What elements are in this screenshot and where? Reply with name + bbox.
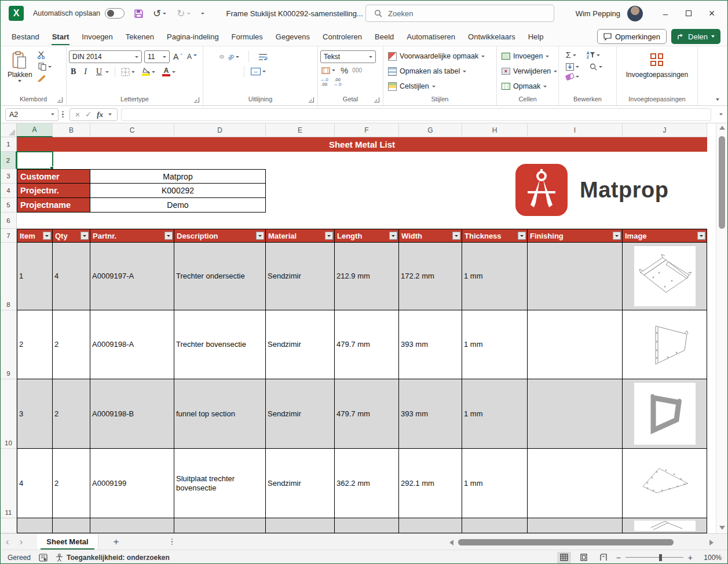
page-break-view-button[interactable]	[597, 552, 610, 563]
autosave-toggle[interactable]	[105, 8, 125, 19]
column-header[interactable]: G	[399, 123, 462, 137]
wrap-text-button[interactable]	[256, 52, 270, 63]
format-as-table-button[interactable]: Opmaken als tabel	[388, 64, 466, 79]
decrease-decimal-button[interactable]: .00→.0	[334, 78, 342, 87]
decrease-indent-button[interactable]	[226, 69, 231, 73]
table-cell[interactable]: 172.2 mm	[399, 243, 462, 310]
tab-gegevens[interactable]: Gegevens	[269, 28, 316, 46]
collapse-ribbon-button[interactable]	[716, 98, 719, 101]
close-button[interactable]: ×	[702, 5, 722, 22]
vertical-scrollbar[interactable]	[716, 123, 727, 533]
autosum-button[interactable]: Σ	[565, 50, 577, 60]
table-cell[interactable]: 2	[17, 310, 53, 379]
page-layout-view-button[interactable]	[577, 552, 591, 563]
column-header[interactable]: C	[90, 123, 174, 137]
tab-ontwikkelaars[interactable]: Ontwikkelaars	[462, 28, 522, 46]
table-cell[interactable]: funnel top section	[174, 379, 266, 449]
tab-formules[interactable]: Formules	[225, 28, 269, 46]
table-cell[interactable]: 3	[17, 379, 53, 449]
row-header[interactable]: 7	[1, 229, 17, 243]
column-header[interactable]: H	[462, 123, 528, 137]
prev-sheet-button[interactable]: ‹	[1, 537, 14, 547]
macro-record-icon[interactable]	[39, 554, 47, 562]
table-header-cell[interactable]: Length	[335, 229, 399, 243]
table-header-cell[interactable]: Width	[399, 229, 462, 243]
info-label-projectname[interactable]: Projectname	[17, 198, 90, 213]
borders-button[interactable]	[120, 67, 136, 77]
table-cell[interactable]: 1 mm	[462, 379, 528, 449]
clipboard-dialog-launcher[interactable]	[57, 97, 63, 102]
table-header-cell[interactable]: Item	[17, 229, 53, 243]
italic-button[interactable]: I	[82, 67, 89, 76]
scroll-left-arrow[interactable]	[449, 540, 453, 545]
table-cell[interactable]: Sendzimir	[266, 243, 335, 310]
copy-button[interactable]	[37, 62, 53, 71]
table-cell[interactable]	[528, 310, 623, 379]
tabbar-splitter[interactable]	[171, 539, 173, 545]
cancel-button[interactable]: ×	[75, 109, 81, 119]
underline-button[interactable]: U	[93, 67, 110, 77]
font-size-select[interactable]: 11	[144, 50, 170, 63]
zoom-thumb[interactable]	[659, 554, 662, 561]
tab-automatiseren[interactable]: Automatiseren	[400, 28, 462, 46]
column-header[interactable]: B	[53, 123, 90, 137]
row-header[interactable]: 5	[1, 198, 17, 213]
comma-style-button[interactable]: 000	[352, 67, 362, 74]
zoom-out-button[interactable]: −	[616, 553, 621, 562]
table-header-cell[interactable]: Partnr.	[90, 229, 174, 243]
delete-cells-button[interactable]: × Verwijderen	[502, 64, 557, 79]
info-label-customer[interactable]: Customer	[17, 169, 90, 184]
document-title[interactable]: Frame Stuklijst K000292-samenstelling...	[226, 9, 371, 18]
tab-pagina-indeling[interactable]: Pagina-indeling	[160, 28, 225, 46]
info-label-projectnr[interactable]: Projectnr.	[17, 184, 90, 198]
table-cell-image[interactable]	[623, 310, 707, 379]
increase-decimal-button[interactable]: ←.0.00	[320, 78, 328, 87]
cut-button[interactable]	[37, 51, 53, 59]
addins-button[interactable]: Invoegtoepassingen	[621, 49, 693, 81]
increase-font-button[interactable]: A^	[172, 52, 184, 62]
table-cell[interactable]	[528, 449, 623, 518]
minimize-button[interactable]: –	[656, 5, 675, 22]
table-cell[interactable]: Trechter ondersectie	[174, 243, 266, 310]
table-cell[interactable]	[528, 243, 623, 310]
zoom-slider[interactable]: − +	[616, 553, 693, 562]
table-header-cell[interactable]: Material	[266, 229, 335, 243]
tab-beeld[interactable]: Beeld	[368, 28, 400, 46]
table-cell[interactable]	[53, 518, 90, 533]
table-cell[interactable]	[462, 518, 528, 533]
table-cell[interactable]: A0009197-A	[90, 243, 174, 310]
table-cell[interactable]	[174, 518, 266, 533]
table-header-cell[interactable]: Thickness	[462, 229, 528, 243]
align-right-button[interactable]	[220, 69, 224, 73]
info-value-projectnr[interactable]: K000292	[90, 184, 266, 198]
zoom-percentage[interactable]: 100%	[698, 554, 722, 562]
table-cell[interactable]	[399, 518, 462, 533]
sheet-title-banner[interactable]: Sheet Metal List	[17, 137, 707, 152]
filter-button[interactable]	[697, 232, 705, 240]
table-cell[interactable]: 393 mm	[399, 310, 462, 379]
column-header[interactable]: E	[266, 123, 335, 137]
align-top-button[interactable]	[206, 55, 210, 58]
increase-indent-button[interactable]	[233, 69, 238, 73]
font-dialog-launcher[interactable]	[194, 97, 199, 102]
tab-help[interactable]: Help	[522, 28, 550, 46]
paste-button[interactable]: Plakken	[3, 49, 37, 85]
tab-tekenen[interactable]: Tekenen	[119, 28, 160, 46]
table-cell[interactable]: 362.2 mm	[335, 449, 399, 518]
table-cell[interactable]: 4	[17, 449, 53, 518]
row-header[interactable]: 10	[1, 379, 17, 449]
table-header-cell[interactable]: Finishing	[528, 229, 623, 243]
redo-button[interactable]: ↻	[175, 8, 191, 19]
formula-dropdown[interactable]	[108, 113, 112, 115]
zoom-in-button[interactable]: +	[688, 553, 693, 562]
column-header[interactable]: F	[335, 123, 399, 137]
horizontal-scroll-thumb[interactable]	[458, 539, 674, 545]
column-header[interactable]: A	[17, 123, 53, 137]
percent-style-button[interactable]: %	[341, 65, 348, 75]
find-select-button[interactable]	[588, 63, 603, 71]
tab-controleren[interactable]: Controleren	[316, 28, 368, 46]
fill-button[interactable]	[565, 63, 580, 71]
accessibility-status[interactable]: Toegankelijkheid: onderzoeken	[56, 554, 170, 562]
alignment-dialog-launcher[interactable]	[309, 97, 314, 102]
vertical-scroll-thumb[interactable]	[719, 136, 725, 229]
